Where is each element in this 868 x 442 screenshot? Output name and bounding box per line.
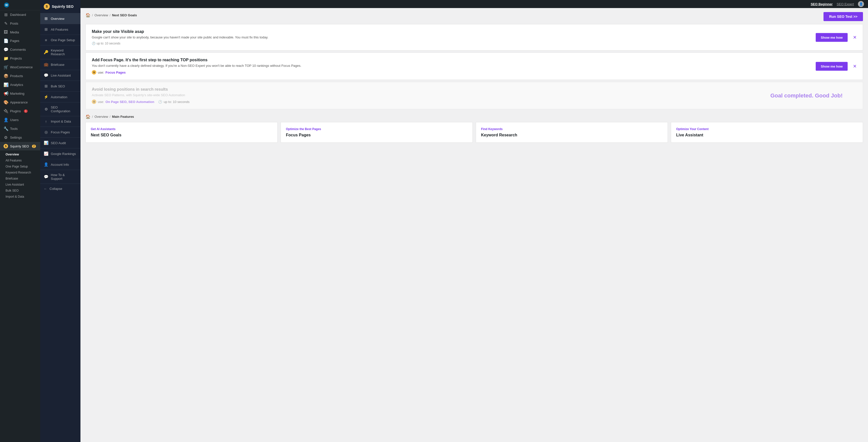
nav-dashboard-label: Dashboard <box>10 13 26 16</box>
squirrly-nav-import-data[interactable]: ↑ Import & Data <box>40 116 81 127</box>
collapse-button[interactable]: ← Collapse <box>40 184 81 194</box>
nav-media[interactable]: 🖼 Media <box>0 28 40 36</box>
how-to-support-label: How To & Support <box>51 173 77 180</box>
goal-1-meta-text: up to: 10 seconds <box>97 42 120 45</box>
fc-title-2: Focus Pages <box>286 133 467 137</box>
nav-marketing[interactable]: 📢 Marketing <box>0 89 40 98</box>
keyword-research-icon: 🔑 <box>44 50 48 55</box>
nav-products-label: Products <box>10 74 23 78</box>
squirrly-nav-keyword-research[interactable]: 🔑 Keyword Research <box>40 45 81 59</box>
squirrly-nav-focus-pages[interactable]: ◎ Focus Pages <box>40 127 81 138</box>
media-icon: 🖼 <box>3 30 8 34</box>
bulk-seo-label: Bulk SEO <box>51 84 65 88</box>
squirrly-badge: 2 <box>32 145 36 148</box>
sep-3: / <box>92 115 93 118</box>
nav-tools[interactable]: 🔧 Tools <box>0 124 40 133</box>
breadcrumb-next-seo-goals: 🏠 / Overview / Next SEO Goals <box>86 13 137 18</box>
nav-pages-label: Pages <box>10 39 19 43</box>
goal-card-1: Make your site Visible asap Google can't… <box>86 24 863 50</box>
squirrly-sub-menu: Overview All Features One Page Setup Key… <box>0 150 40 201</box>
seo-configuration-label: SEO Configuration <box>51 105 77 113</box>
sub-item-one-page-setup[interactable]: One Page Setup <box>0 164 40 170</box>
nav-posts[interactable]: ✎ Posts <box>0 19 40 28</box>
wp-logo-icon: W <box>4 2 9 7</box>
seo-beginner-link[interactable]: SEO Beginner <box>811 2 833 6</box>
goal-3-meta: up to: 10 seconds <box>164 100 190 104</box>
close-goal-1-button[interactable]: ✕ <box>853 35 857 40</box>
plugins-badge: 1 <box>24 109 28 113</box>
feature-card-focus-pages[interactable]: Optimize the Best Pages Focus Pages <box>281 122 473 143</box>
nav-users-label: Users <box>10 118 19 122</box>
squirrly-nav-seo-audit[interactable]: 📊 SEO Audit <box>40 138 81 148</box>
squirrly-header-icon: S <box>44 3 50 9</box>
user-avatar[interactable]: 👤 <box>858 1 864 7</box>
close-goal-2-button[interactable]: ✕ <box>853 64 857 69</box>
feature-card-keyword-research[interactable]: Find Keywords Keyword Research <box>476 122 668 143</box>
show-me-how-button-1[interactable]: Show me how <box>816 33 848 42</box>
sub-item-live-assistant[interactable]: Live Assistant <box>0 181 40 188</box>
feature-card-live-assistant[interactable]: Optimize Your Content Live Assistant <box>671 122 863 143</box>
nav-squirrly-seo[interactable]: S Squirrly SEO 2 <box>0 142 40 150</box>
seo-configuration-icon: ⚙ <box>44 107 48 111</box>
nav-projects-label: Projects <box>10 57 22 60</box>
content-area: 🏠 / Overview / Next SEO Goals Run SEO Te… <box>81 8 868 147</box>
automation-icon: ⚡ <box>44 95 48 99</box>
seo-audit-label: SEO Audit <box>51 141 66 145</box>
fc-category-1: Get AI Assistants <box>91 127 272 131</box>
home-icon: 🏠 <box>86 13 91 18</box>
squirrly-nav-header: S Squirrly SEO <box>40 0 81 13</box>
squirrly-nav-how-to-support[interactable]: 💬 How To & Support <box>40 170 81 184</box>
sub-item-keyword-research[interactable]: Keyword Research <box>0 170 40 175</box>
goal-2-use-row: S use: Focus Pages <box>92 70 857 75</box>
sub-item-overview[interactable]: Overview <box>0 151 40 158</box>
nav-dashboard[interactable]: ⊞ Dashboard <box>0 10 40 19</box>
automation-label: Automation <box>51 95 67 99</box>
nav-analytics[interactable]: 📊 Analytics <box>0 80 40 89</box>
goal-3-use-row: S use: On Page SEO, SEO Automation 🕐 up … <box>92 99 857 104</box>
squirrly-logo-icon: S <box>3 144 8 148</box>
nav-posts-label: Posts <box>10 22 18 25</box>
next-seo-goals-header: 🏠 / Overview / Next SEO Goals Run SEO Te… <box>86 12 863 21</box>
live-assistant-icon: 💬 <box>44 73 48 78</box>
squirrly-nav-live-assistant[interactable]: 💬 Live Assistant <box>40 70 81 81</box>
on-page-seo-link[interactable]: On Page SEO, SEO Automation <box>105 100 154 104</box>
nav-products[interactable]: 📦 Products <box>0 72 40 80</box>
squirrly-nav-overview[interactable]: ⊞ Overview <box>40 13 81 24</box>
fc-title-1: Next SEO Goals <box>91 133 272 137</box>
nav-projects[interactable]: 📁 Projects <box>0 54 40 63</box>
comments-icon: 💬 <box>3 47 8 52</box>
goal-completed-text: Goal completed. Good Job! <box>770 93 843 99</box>
squirrly-nav-bulk-seo[interactable]: ⊞ Bulk SEO <box>40 81 81 92</box>
squirrly-use-icon: S <box>92 70 96 75</box>
nav-comments-label: Comments <box>10 48 26 52</box>
nav-pages[interactable]: 📄 Pages <box>0 36 40 45</box>
sub-item-all-features[interactable]: All Features <box>0 158 40 164</box>
sub-item-import-data[interactable]: Import & Data <box>0 194 40 200</box>
squirrly-nav-google-rankings[interactable]: 📈 Google Rankings <box>40 148 81 159</box>
squirrly-nav-briefcase[interactable]: 💼 Briefcase <box>40 59 81 70</box>
show-me-how-button-2[interactable]: Show me how <box>816 62 848 71</box>
squirrly-nav-account-info[interactable]: 👤 Account Info <box>40 159 81 170</box>
analytics-icon: 📊 <box>3 82 8 87</box>
nav-settings[interactable]: ⚙ Settings <box>0 133 40 142</box>
goal-3-title: Avoid losing positions in search results <box>92 87 857 92</box>
squirrly-nav-one-page-setup[interactable]: ≡ One Page Setup <box>40 35 81 45</box>
nav-comments[interactable]: 💬 Comments <box>0 45 40 54</box>
nav-users[interactable]: 👤 Users <box>0 115 40 124</box>
live-assistant-label: Live Assistant <box>51 74 71 77</box>
sub-item-bulk-seo[interactable]: Bulk SEO <box>0 188 40 194</box>
squirrly-nav-all-features[interactable]: ⊞ All Features <box>40 24 81 35</box>
squirrly-nav-automation[interactable]: ⚡ Automation <box>40 92 81 102</box>
feature-card-next-seo-goals[interactable]: Get AI Assistants Next SEO Goals <box>86 122 278 143</box>
nav-woocommerce[interactable]: 🛒 WooCommerce <box>0 63 40 72</box>
run-seo-test-button[interactable]: Run SEO Test >> <box>824 12 863 21</box>
seo-expert-link[interactable]: SEO Expert <box>837 2 854 6</box>
focus-pages-link[interactable]: Focus Pages <box>105 71 126 74</box>
marketing-icon: 📢 <box>3 91 8 96</box>
main-features-current: Main Features <box>112 115 134 118</box>
sub-item-briefcase[interactable]: Briefcase <box>0 175 40 181</box>
squirrly-nav-seo-configuration[interactable]: ⚙ SEO Configuration <box>40 102 81 116</box>
focus-pages-label: Focus Pages <box>51 130 70 134</box>
nav-appearance[interactable]: 🎨 Appearance <box>0 98 40 107</box>
nav-plugins[interactable]: 🔌 Plugins 1 <box>0 107 40 115</box>
